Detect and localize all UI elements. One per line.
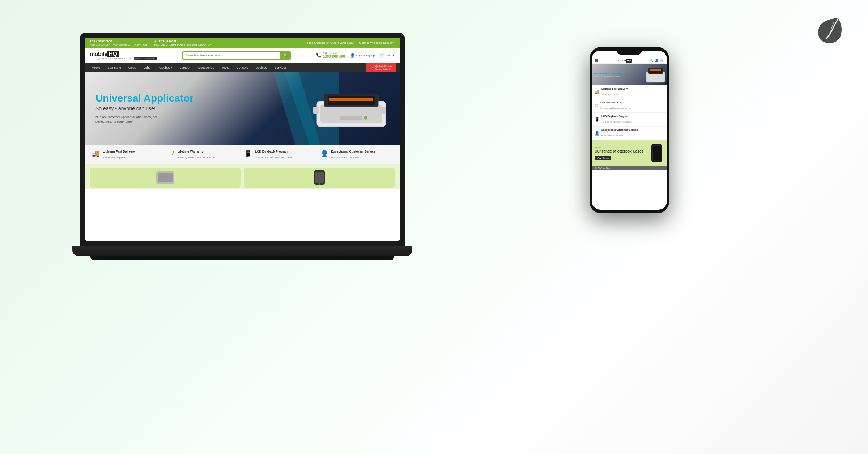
offline-text: We're offline [598,167,610,169]
nav-accessories[interactable]: Accessories [193,63,218,72]
nav-devices[interactable]: Devices [252,63,271,72]
hero-text-block: Universal Applicator So easy - anyone ca… [85,86,204,131]
feature-service-title: Exceptional Customer Service [331,150,375,153]
nav-apple[interactable]: Apple [88,63,104,72]
svg-point-11 [364,116,367,120]
feature-warranty-title: Lifetime Warranty* [178,150,216,153]
phone-feature-0-sub: Same day dispatch! [601,93,621,95]
phone-promo-title: Our range of otterbox Cases [595,149,643,154]
phone-hero-banner: Universal Applicator So easy - anyone ca… [592,64,667,85]
svg-rect-15 [315,172,324,183]
product-thumb-1[interactable] [90,168,241,188]
svg-rect-8 [313,107,319,114]
phone-account-icon[interactable]: 👤 [655,59,659,62]
phone-header: mobileHQ 🔍 👤 🛒 [592,57,667,64]
shipping1-sub: Past Cut-Off LEFT FOR SAME DAY DISPATCH [90,43,147,46]
quick-order-icon: 🚀 [370,66,374,69]
phone-hero-product [646,65,665,84]
phone-promo-btn[interactable]: View Range [595,156,611,160]
phone-nav-icons: 🔍 👤 🛒 [649,59,664,62]
feature-delivery-title: Lighting Fast Delivery [103,150,135,153]
offline-indicator [595,167,597,169]
logo-text-mobile: mobile [90,51,107,57]
nav-oppo[interactable]: Oppo [125,63,140,72]
site-nav: Apple Samsung Oppo Other Macbook Laptop … [85,63,400,72]
phone-search-icon[interactable]: 🔍 [649,59,653,62]
phone-feature-0: 🚚 Lighting Fast Delivery Same day dispat… [592,85,667,99]
phone-cart-icon[interactable]: 🛒 [660,59,664,62]
svg-rect-9 [380,107,386,114]
hero-subtitle: So easy - anyone can use! [95,106,193,111]
login-link[interactable]: 👤 Login / Signup [350,53,375,58]
phone-service-icon: 👤 [595,131,600,136]
decorative-leaf [814,14,846,47]
nav-tools[interactable]: Tools [218,63,233,72]
nav-macbook[interactable]: Macbook [156,63,176,72]
user-icon: 👤 [350,53,355,58]
phone-offline-bar: We're offline [592,166,667,170]
phone-screen: mobileHQ 🔍 👤 🛒 Universal Applicator So e… [592,51,667,210]
hero-title: Universal Applicator [95,93,193,104]
feature-buyback-sub: Turn broken displays into cash! [255,156,293,159]
phone-feature-3: 👤 Exceptional Customer Service We're a t… [592,127,667,140]
feature-service-sub: We're a team that cares! [331,156,361,159]
phone-hamburger[interactable] [595,59,598,62]
phone-feature-1: 🛡 Lifetime Warranty* Industry leading wa… [592,99,667,113]
wholesale-link[interactable]: Open a wholesale account? [359,41,395,44]
search-input[interactable] [183,52,280,59]
nav-services[interactable]: Services [271,63,290,72]
phone-hero-title: Universal Applicator [594,72,622,75]
laptop-device: Toll / Startrack Past Cut-Off LEFT FOR S… [80,33,405,293]
logo-block[interactable]: mobileHQ HIGH QUALITY COMPONENTRY DEVICE… [90,51,157,60]
phone-feature-1-sub: Industry leading warranty terms! [600,107,631,109]
phone-delivery-icon: 🚚 [595,90,600,94]
phone-feature-0-title: Lighting Fast Delivery [601,87,628,90]
phone-features-list: 🚚 Lighting Fast Delivery Same day dispat… [592,85,667,140]
delivery-icon: 🚚 [92,150,100,158]
product-thumb-2[interactable] [244,168,395,188]
cart-button[interactable]: 🛒 Cart ▼ [380,53,395,58]
phone-feature-1-title: Lifetime Warranty* [600,101,631,104]
hero-banner: Universal Applicator So easy - anyone ca… [85,72,400,145]
free-shipping-label: Free Shipping on Orders Over $300! [307,41,354,44]
call-label: Call Us Now [323,52,345,55]
nav-laptop[interactable]: Laptop [176,63,193,72]
svg-rect-23 [653,146,661,160]
nav-samsung[interactable]: Samsung [104,63,125,72]
search-bar[interactable]: 🔍 [182,51,291,60]
cart-chevron: ▼ [392,54,395,57]
phone-device: mobileHQ 🔍 👤 🛒 Universal Applicator So e… [590,47,669,220]
phone-notch [617,47,642,55]
feature-buyback-title: LCD Buyback Program [255,150,293,153]
cart-icon: 🛒 [380,53,385,58]
search-button[interactable]: 🔍 [280,52,290,59]
phone-hero-subtitle: So easy - anyone can use! [594,75,622,77]
laptop-base [72,246,412,256]
phone-icon: 📞 [316,53,322,58]
hero-product [310,80,389,137]
phone-feature-2-sub: Turn broken displays into cash! [601,121,631,123]
svg-point-16 [319,183,320,185]
phone-feature-2: 📱 LCD Buyback Program Turn broken displa… [592,113,667,127]
service-icon: 👤 [320,150,328,158]
phone-body: mobileHQ 🔍 👤 🛒 Universal Applicator So e… [590,47,669,213]
logo-subtitle: HIGH QUALITY COMPONENTRY DEVICE SMART [90,57,157,60]
features-bar: 🚚 Lighting Fast Delivery Same day dispat… [85,145,400,164]
phone-feature-3-title: Exceptional Customer Service [601,129,638,131]
phone-warranty-icon: 🛡 [595,104,599,108]
phone-number[interactable]: 1300 868 486 [323,55,345,59]
products-row [85,164,400,189]
nav-console[interactable]: Console [233,63,252,72]
nav-other[interactable]: Other [140,63,156,72]
feature-warranty: 🛡 Lifetime Warranty* Industry leading wa… [168,150,241,160]
phone-feature-2-title: LCD Buyback Program [601,115,631,117]
laptop-base-bottom [90,256,394,260]
phone-promo: Shop Our range of otterbox Cases View Ra… [592,140,667,166]
feature-delivery: 🚚 Lighting Fast Delivery Same day dispat… [92,150,165,160]
phone-feature-3-sub: We're a team that cares! [601,134,625,137]
svg-rect-4 [320,105,382,123]
phone-logo[interactable]: mobileHQ [616,59,632,62]
site-topbar: Toll / Startrack Past Cut-Off LEFT FOR S… [85,38,400,48]
svg-rect-20 [650,69,661,71]
quick-order-button[interactable]: 🚀 Quick Order (Latest Edition!) [366,63,396,72]
